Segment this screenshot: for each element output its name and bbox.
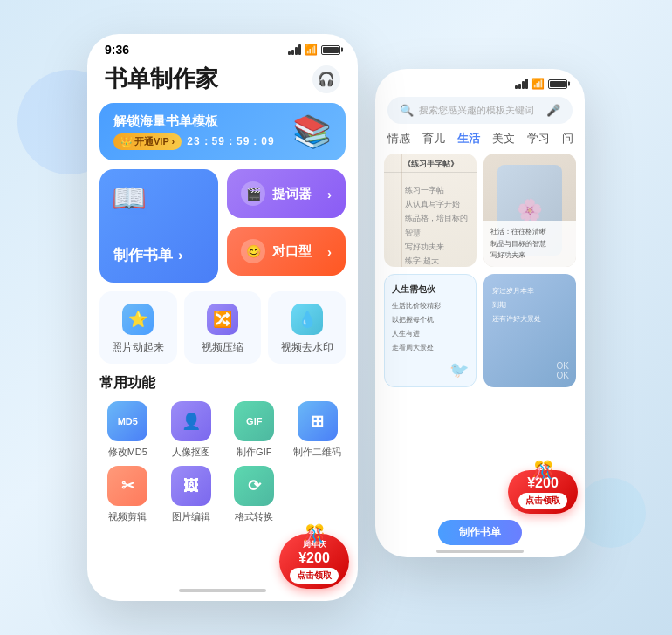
grid-spacer <box>375 267 585 274</box>
prompt-icon: 🎬 <box>241 181 265 206</box>
cat-more[interactable]: 问 <box>562 131 573 147</box>
home-indicator-right <box>436 550 524 553</box>
portrait-icon: 👤 <box>171 401 211 441</box>
status-icons-right: 📶 <box>515 78 567 90</box>
float-badge-left[interactable]: 🎊 周年庆 ¥200 点击领取 <box>279 534 349 589</box>
func-photo-edit[interactable]: 🖼 图片编辑 <box>163 466 220 523</box>
qrcode-label: 制作二维码 <box>293 446 341 459</box>
common-section: 常用功能 MD5 修改MD5 👤 人像抠图 GIF 制作GIF ⊞ 制作二维码 <box>99 374 346 523</box>
crown-icon: 👑 <box>120 136 133 147</box>
prompt-label: 提词器 <box>272 186 312 202</box>
search-bar[interactable]: 🔍 搜索您感兴趣的模板关键词 🎤 <box>387 97 573 124</box>
battery-icon <box>321 45 340 55</box>
tool-compress[interactable]: 🔀 视频压缩 <box>184 291 262 364</box>
make-book-button[interactable]: 📖 制作书单 › <box>99 169 218 283</box>
app-title: 书单制作家 <box>105 64 218 94</box>
qrcode-icon: ⊞ <box>298 401 338 441</box>
home-indicator-left <box>179 589 266 592</box>
video-edit-icon: ✂ <box>107 466 147 506</box>
gif-icon: GIF <box>234 401 274 441</box>
image-grid-bottom: 人生需包伙 生活比价较精彩 以把握每个机 人生有进 走看周大景处 🐦 穿过岁月本… <box>384 274 576 387</box>
gif-label: 制作GIF <box>237 446 271 459</box>
dialogue-icon: 😊 <box>241 239 265 263</box>
status-bar-left: 9:36 📶 <box>87 34 358 60</box>
prompt-button[interactable]: 🎬 提词器 › <box>227 169 346 218</box>
watermark-icon: 💧 <box>291 304 323 335</box>
badge-amount-left: ¥200 <box>298 550 330 566</box>
section-title: 常用功能 <box>99 374 346 393</box>
lines-blue-content: 人生需包伙 生活比价较精彩 以把握每个机 人生有进 走看周大景处 🐦 <box>385 275 476 364</box>
status-bar-right: 📶 <box>375 69 585 93</box>
card-sticky-note[interactable]: 穿过岁月本幸 到期 还有许好大景处 OKOK <box>483 274 576 387</box>
wifi-icon: 📶 <box>305 44 318 56</box>
vip-badge[interactable]: 👑 开通VIP › <box>113 133 182 150</box>
card-lines-blue[interactable]: 人生需包伙 生活比价较精彩 以把握每个机 人生有进 走看周大景处 🐦 <box>384 274 477 387</box>
signal-icon <box>288 44 301 55</box>
right-buttons: 🎬 提词器 › 😊 对口型 › <box>227 169 346 283</box>
func-gif[interactable]: GIF 制作GIF <box>226 401 283 459</box>
badge-decoration-left: 🎊 <box>304 523 326 544</box>
vip-label: 开通VIP › <box>134 135 175 148</box>
cat-qinggan[interactable]: 情感 <box>387 131 410 147</box>
float-badge-right[interactable]: 🎊 ¥200 点击领取 <box>508 470 578 514</box>
photos-label: 照片动起来 <box>112 340 164 355</box>
portrait-label: 人像抠图 <box>172 446 210 459</box>
func-convert[interactable]: ⟳ 格式转换 <box>226 466 283 523</box>
search-icon: 🔍 <box>400 104 414 117</box>
video-edit-label: 视频剪辑 <box>108 510 147 523</box>
phones-container: 9:36 📶 书单制作家 🎧 解锁海量书单模板 <box>87 34 585 601</box>
signal-icon-right <box>515 79 528 89</box>
func-portrait[interactable]: 👤 人像抠图 <box>163 401 220 459</box>
headphone-button[interactable]: 🎧 <box>312 65 340 93</box>
cat-meiwen[interactable]: 美文 <box>492 131 515 147</box>
func-grid: MD5 修改MD5 👤 人像抠图 GIF 制作GIF ⊞ 制作二维码 ✂ <box>99 401 346 523</box>
categories-row: 情感 育儿 生活 美文 学习 问 <box>375 131 585 154</box>
photos-icon: ⭐ <box>122 304 154 335</box>
badge-decoration-right: 🎊 <box>532 460 554 481</box>
tool-watermark[interactable]: 💧 视频去水印 <box>268 291 346 364</box>
vip-banner[interactable]: 解锁海量书单模板 👑 开通VIP › 23：59：59：09 📚 <box>99 103 346 160</box>
func-video-edit[interactable]: ✂ 视频剪辑 <box>99 466 156 523</box>
compress-label: 视频压缩 <box>202 340 243 355</box>
banner-content: 解锁海量书单模板 👑 开通VIP › 23：59：59：09 <box>113 113 275 150</box>
badge-button-right[interactable]: 点击领取 <box>518 493 567 509</box>
cat-shenghuo[interactable]: 生活 <box>457 131 480 147</box>
phone-right: 📶 🔍 搜索您感兴趣的模板关键词 🎤 情感 育儿 生活 美文 学习 问 《练习手… <box>375 69 585 557</box>
convert-label: 格式转换 <box>235 510 273 523</box>
microphone-icon[interactable]: 🎤 <box>546 104 560 117</box>
status-time-left: 9:36 <box>105 43 129 57</box>
cat-xuexi[interactable]: 学习 <box>527 131 550 147</box>
phone-header: 书单制作家 🎧 <box>87 60 358 103</box>
prompt-arrow: › <box>327 187 332 201</box>
make-book-arrow: › <box>178 247 183 264</box>
wifi-icon-right: 📶 <box>531 78 545 90</box>
handwriting-overlay: 社活：往往格清晰 制品与目标的智慧 写好功夫来 <box>483 221 576 267</box>
battery-icon-right <box>548 79 567 89</box>
image-grid-top: 《练习手字帖》 练习一字帖 从认真写字开始 练品格，培目标的智慧 写好功夫来 练… <box>384 154 576 267</box>
banner-title: 解锁海量书单模板 <box>113 113 275 130</box>
badge-button-left[interactable]: 点击领取 <box>290 568 339 584</box>
dialogue-button[interactable]: 😊 对口型 › <box>227 227 346 276</box>
search-placeholder: 搜索您感兴趣的模板关键词 <box>419 104 534 117</box>
watermark-label: 视频去水印 <box>281 340 333 355</box>
notebook-title: 《练习手字帖》 <box>384 154 477 173</box>
bottom-label: 制作书单 <box>459 526 501 538</box>
convert-icon: ⟳ <box>234 466 274 506</box>
card-handwriting[interactable]: 🌸 社活：往往格清晰 制品与目标的智慧 写好功夫来 <box>483 154 576 267</box>
status-icons-left: 📶 <box>288 44 340 56</box>
compress-icon: 🔀 <box>207 304 238 335</box>
phone-left: 9:36 📶 书单制作家 🎧 解锁海量书单模板 <box>87 34 358 601</box>
func-qrcode[interactable]: ⊞ 制作二维码 <box>290 401 346 459</box>
card-notebook[interactable]: 《练习手字帖》 练习一字帖 从认真写字开始 练品格，培目标的智慧 写好功夫来 练… <box>384 154 477 267</box>
func-md5[interactable]: MD5 修改MD5 <box>99 401 156 459</box>
countdown-timer: 23：59：59：09 <box>187 134 274 149</box>
cat-yuer[interactable]: 育儿 <box>422 131 445 147</box>
book-icon: 📖 <box>112 181 147 215</box>
tool-photos[interactable]: ⭐ 照片动起来 <box>99 291 177 364</box>
make-book-label: 制作书单 <box>113 245 173 265</box>
md5-icon: MD5 <box>107 401 147 441</box>
bottom-make-book[interactable]: 制作书单 <box>438 520 522 545</box>
dialogue-label: 对口型 <box>272 243 312 260</box>
md5-label: 修改MD5 <box>108 446 147 459</box>
photo-edit-label: 图片编辑 <box>172 510 210 523</box>
